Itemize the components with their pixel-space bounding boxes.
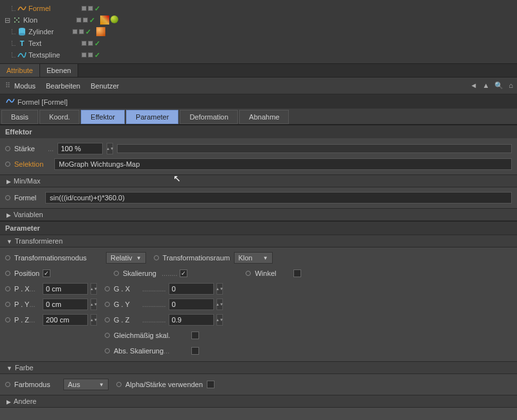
expand-icon[interactable]: ⊟ xyxy=(3,16,12,25)
spinner[interactable]: ▲▼ xyxy=(216,283,223,295)
gz-field[interactable]: 0.9 xyxy=(169,314,214,326)
skalierung-checkbox[interactable]: ✓ xyxy=(180,269,187,277)
nav-back-icon[interactable]: ◄ xyxy=(470,81,478,90)
spinner[interactable]: ▲▼ xyxy=(216,314,223,326)
tag-material-icon[interactable] xyxy=(111,16,118,23)
anim-dot[interactable] xyxy=(5,162,10,167)
tab-koord[interactable]: Koord. xyxy=(39,110,79,124)
anim-dot[interactable] xyxy=(5,286,10,291)
anim-dot[interactable] xyxy=(5,302,10,307)
tree-row-textspline[interactable]: Textspline ✓ xyxy=(0,49,517,61)
vis-dot[interactable] xyxy=(76,17,81,23)
py-field[interactable]: 0 cm xyxy=(43,299,88,310)
spinner[interactable]: ▲▼ xyxy=(90,283,97,295)
check-icon[interactable]: ✓ xyxy=(89,16,95,25)
anim-dot[interactable] xyxy=(105,348,110,353)
spinner[interactable]: ▲▼ xyxy=(216,299,223,310)
tree-label: Formel xyxy=(27,5,79,12)
grip-icon[interactable]: ⠿ xyxy=(5,81,14,90)
tab-basis[interactable]: Basis xyxy=(1,110,38,124)
anim-dot[interactable] xyxy=(5,146,10,151)
svg-point-2 xyxy=(14,21,16,23)
staerke-label: Stärke xyxy=(14,145,35,152)
tree-row-zylinder[interactable]: Zylinder ✓ xyxy=(0,26,517,37)
search-icon[interactable]: 🔍 xyxy=(494,81,503,90)
anim-dot[interactable] xyxy=(105,317,110,322)
traum-label: Transformationsraum xyxy=(163,254,230,262)
traum-dropdown[interactable]: Klon▼ xyxy=(234,252,273,264)
anim-dot[interactable] xyxy=(105,333,110,338)
svg-point-7 xyxy=(19,33,25,36)
check-icon[interactable]: ✓ xyxy=(94,51,100,59)
vis-dot[interactable] xyxy=(88,41,93,46)
menu-benutzer[interactable]: Benutzer xyxy=(90,82,119,90)
tag-weightmap-icon[interactable] xyxy=(100,16,109,25)
farbmodus-dropdown[interactable]: Aus▼ xyxy=(63,379,109,390)
menu-bearbeiten[interactable]: Bearbeiten xyxy=(46,82,80,90)
tab-attribute[interactable]: Attribute xyxy=(0,64,40,77)
nav-up-icon[interactable]: ▲ xyxy=(482,81,489,90)
anim-dot[interactable] xyxy=(5,382,10,387)
vis-dot[interactable] xyxy=(72,29,78,34)
staerke-slider[interactable] xyxy=(117,144,512,153)
collapser-transform[interactable]: ▼Transformieren xyxy=(0,235,517,247)
anim-dot[interactable] xyxy=(154,255,159,260)
spinner[interactable]: ▲▼ xyxy=(90,314,97,326)
spinner[interactable]: ▲▼ xyxy=(107,143,113,154)
anim-dot[interactable] xyxy=(5,271,10,276)
check-icon[interactable]: ✓ xyxy=(94,39,100,48)
collapser-farbe[interactable]: ▼Farbe xyxy=(0,361,517,374)
tmode-dropdown[interactable]: Relativ▼ xyxy=(106,252,146,264)
tab-effektor[interactable]: Effektor xyxy=(81,110,125,124)
tag-phong-icon[interactable] xyxy=(96,27,105,36)
anim-dot[interactable] xyxy=(114,271,119,276)
anim-dot[interactable] xyxy=(246,271,251,276)
formula-icon xyxy=(17,4,27,13)
vis-dot[interactable] xyxy=(83,17,88,23)
check-icon[interactable]: ✓ xyxy=(85,28,91,36)
tree-row-klon[interactable]: ⊟ Klon ✓ xyxy=(0,14,517,26)
position-checkbox[interactable]: ✓ xyxy=(43,269,50,277)
vis-dot[interactable] xyxy=(88,52,93,58)
pz-field[interactable]: 200 cm xyxy=(43,314,88,326)
anim-dot[interactable] xyxy=(5,195,10,200)
winkel-checkbox[interactable] xyxy=(293,269,301,277)
gy-field[interactable]: 0 xyxy=(169,299,214,310)
tab-deformation[interactable]: Deformation xyxy=(180,110,238,124)
vis-dot[interactable] xyxy=(81,52,87,58)
px-field[interactable]: 0 cm xyxy=(43,283,88,295)
collapser-variablen[interactable]: ▶Variablen xyxy=(0,208,517,221)
vis-dot[interactable] xyxy=(81,6,87,11)
tree-row-text[interactable]: T Text ✓ xyxy=(0,37,517,49)
tree-row-formel[interactable]: Formel ✓ xyxy=(0,3,517,14)
anim-dot[interactable] xyxy=(5,255,10,260)
vis-dot[interactable] xyxy=(88,6,93,11)
triangle-down-icon: ▼ xyxy=(6,238,12,245)
triangle-right-icon: ▶ xyxy=(6,399,11,405)
absskal-checkbox[interactable] xyxy=(191,347,199,355)
anim-dot[interactable] xyxy=(105,286,110,291)
spinner[interactable]: ▲▼ xyxy=(90,299,97,310)
gleichm-checkbox[interactable] xyxy=(191,331,199,339)
tab-ebenen[interactable]: Ebenen xyxy=(40,64,78,77)
gx-field[interactable]: 0 xyxy=(169,283,214,295)
py-label: P . Y xyxy=(14,300,29,308)
vis-dot[interactable] xyxy=(81,41,87,46)
formel-field[interactable]: sin(((id/count)+t)*360.0) xyxy=(45,192,512,204)
check-icon[interactable]: ✓ xyxy=(94,5,100,13)
anim-dot[interactable] xyxy=(116,382,121,387)
tab-abnahme[interactable]: Abnahme xyxy=(239,110,289,124)
collapser-minmax[interactable]: ▶Min/Max xyxy=(0,174,517,187)
svg-point-1 xyxy=(18,17,19,19)
tab-parameter[interactable]: Parameter xyxy=(126,110,178,124)
collapser-andere[interactable]: ▶Andere xyxy=(0,395,517,408)
staerke-field[interactable]: 100 % xyxy=(58,143,103,154)
vis-dot[interactable] xyxy=(79,29,84,34)
lock-icon[interactable]: ⌂ xyxy=(509,81,513,90)
menu-modus[interactable]: Modus xyxy=(14,82,36,90)
anim-dot[interactable] xyxy=(5,317,10,322)
selektion-field[interactable]: MoGraph Wichtungs-Map xyxy=(54,158,512,170)
tree-label: Text xyxy=(27,39,79,47)
alpha-checkbox[interactable] xyxy=(207,381,215,388)
anim-dot[interactable] xyxy=(105,302,110,307)
